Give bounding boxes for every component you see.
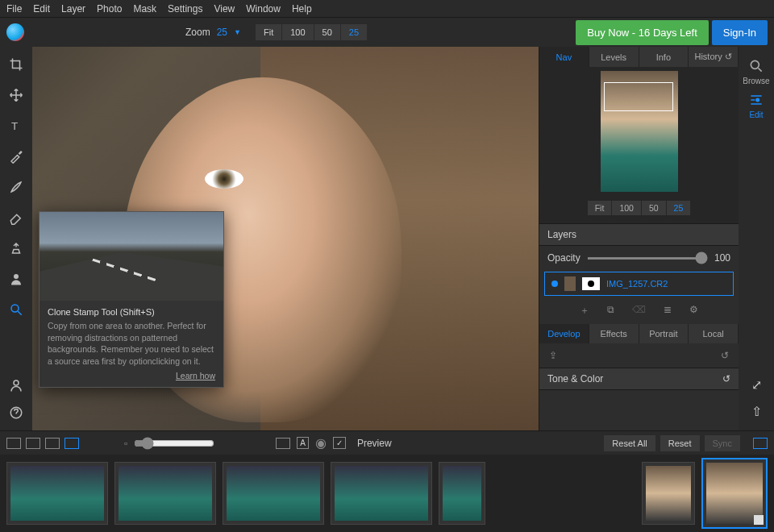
filmstrip-thumb[interactable] <box>223 462 324 525</box>
svg-point-2 <box>11 305 19 312</box>
nav-zoom-25[interactable]: 25 <box>667 201 691 215</box>
main-area: T Clone Stamp Tool (Shift+S) Copy from o… <box>0 47 774 430</box>
view-grid-icon[interactable] <box>64 438 79 449</box>
move-tool-icon[interactable] <box>8 87 24 103</box>
eyedropper-tool-icon[interactable] <box>8 148 24 164</box>
zoom-label: Zoom <box>185 27 210 38</box>
tab-develop[interactable]: Develop <box>539 324 589 343</box>
tab-effects[interactable]: Effects <box>589 324 639 343</box>
svg-point-1 <box>14 274 19 279</box>
duplicate-layer-icon[interactable]: ⧉ <box>607 304 614 318</box>
filmstrip-thumb[interactable] <box>331 462 432 525</box>
mask-view-icon[interactable] <box>276 438 290 449</box>
layer-mask-icon[interactable] <box>582 277 600 290</box>
adjust-tabs: Develop Effects Portrait Local <box>539 324 739 343</box>
clone-stamp-tool-icon[interactable] <box>8 240 24 256</box>
delete-layer-icon[interactable]: ⌫ <box>632 304 646 318</box>
reset-button[interactable]: Reset <box>660 435 700 451</box>
circle-overlay-icon[interactable]: ◉ <box>315 435 327 451</box>
navigator-viewport-rect[interactable] <box>604 82 673 111</box>
tab-history[interactable]: History ↺ <box>689 47 739 67</box>
filmstrip-thumb-selected[interactable]: IMG_1257.CR2 <box>701 458 768 529</box>
layer-settings-icon[interactable]: ⚙ <box>689 304 698 318</box>
filmstrip-toggle-icon[interactable] <box>753 438 768 449</box>
tone-color-reset-icon[interactable]: ↺ <box>722 373 730 384</box>
canvas-zoom-slider[interactable] <box>134 437 214 450</box>
edited-badge-icon <box>754 515 764 525</box>
view-single-icon[interactable] <box>6 438 21 449</box>
nav-zoom-fit[interactable]: Fit <box>588 201 612 215</box>
menu-edit[interactable]: Edit <box>33 3 50 15</box>
menu-photo[interactable]: Photo <box>97 3 122 15</box>
user-icon[interactable] <box>8 377 24 393</box>
text-tool-icon[interactable]: T <box>8 118 24 134</box>
add-layer-icon[interactable]: ＋ <box>580 304 589 318</box>
menu-file[interactable]: File <box>6 3 22 15</box>
zoom-tool-icon[interactable] <box>8 301 24 318</box>
opacity-slider[interactable] <box>587 257 708 260</box>
expand-icon[interactable]: ⤢ <box>751 377 762 393</box>
browse-mode-button[interactable]: Browse <box>743 58 769 85</box>
tab-local[interactable]: Local <box>689 324 739 343</box>
svg-point-3 <box>14 380 19 385</box>
crop-tool-icon[interactable] <box>8 56 24 73</box>
merge-layer-icon[interactable]: ≣ <box>664 304 672 318</box>
check-overlay-icon[interactable]: ✓ <box>333 437 346 449</box>
tab-nav[interactable]: Nav <box>539 47 589 67</box>
view-compare-icon[interactable] <box>26 438 40 449</box>
menu-window[interactable]: Window <box>246 3 281 15</box>
svg-point-5 <box>751 60 759 69</box>
zoom-out-icon[interactable]: ▫ <box>124 438 127 449</box>
browse-label: Browse <box>743 77 769 85</box>
sync-button[interactable]: Sync <box>705 435 740 451</box>
svg-text:T: T <box>11 120 18 132</box>
layers-panel-header[interactable]: Layers <box>539 223 739 246</box>
text-overlay-icon[interactable]: A <box>297 437 309 449</box>
filmstrip-thumb[interactable] <box>439 462 485 525</box>
portrait-tool-icon[interactable] <box>8 271 24 287</box>
nav-zoom-100[interactable]: 100 <box>612 201 641 215</box>
zoom-100[interactable]: 100 <box>282 24 313 40</box>
zoom-value[interactable]: 25 <box>217 27 227 38</box>
brush-tool-icon[interactable] <box>8 179 24 195</box>
preview-label[interactable]: Preview <box>357 438 392 449</box>
tone-color-header[interactable]: Tone & Color ↺ <box>539 368 739 390</box>
sign-in-button[interactable]: Sign-In <box>712 20 768 45</box>
tone-color-title: Tone & Color <box>547 373 603 384</box>
tab-levels[interactable]: Levels <box>589 47 639 67</box>
navigator-preview[interactable] <box>539 67 739 196</box>
menu-view[interactable]: View <box>214 3 235 15</box>
nav-zoom-50[interactable]: 50 <box>642 201 666 215</box>
zoom-control: Zoom 25 ▼ Fit 100 50 25 <box>185 24 367 40</box>
menu-mask[interactable]: Mask <box>133 3 156 15</box>
filmstrip-thumb[interactable] <box>6 462 108 525</box>
bottom-control-bar: ▫ A ◉ ✓ Preview Reset All Reset Sync <box>0 430 774 455</box>
menu-settings[interactable]: Settings <box>168 3 202 15</box>
menu-help[interactable]: Help <box>292 3 312 15</box>
reset-preset-icon[interactable]: ↺ <box>721 350 729 361</box>
buy-now-button[interactable]: Buy Now - 16 Days Left <box>576 20 709 45</box>
zoom-dropdown-icon[interactable]: ▼ <box>234 28 241 36</box>
view-split-icon[interactable] <box>45 438 60 449</box>
filmstrip-thumb[interactable] <box>114 462 216 525</box>
reset-all-button[interactable]: Reset All <box>604 435 655 451</box>
edit-mode-button[interactable]: Edit <box>748 92 764 119</box>
tab-info[interactable]: Info <box>639 47 689 67</box>
eraser-tool-icon[interactable] <box>8 210 24 226</box>
zoom-25[interactable]: 25 <box>341 24 367 40</box>
layer-visibility-icon[interactable] <box>551 281 558 287</box>
menu-layer[interactable]: Layer <box>61 3 85 15</box>
filmstrip-thumb[interactable] <box>642 462 695 525</box>
zoom-50[interactable]: 50 <box>314 24 340 40</box>
canvas[interactable]: Clone Stamp Tool (Shift+S) Copy from one… <box>32 47 539 430</box>
layer-toolbar: ＋ ⧉ ⌫ ≣ ⚙ <box>539 297 739 324</box>
export-preset-icon[interactable]: ⇪ <box>549 350 557 361</box>
tooltip-learn-link[interactable]: Learn how <box>40 368 223 380</box>
help-icon[interactable] <box>8 405 24 421</box>
share-icon[interactable]: ⇧ <box>751 404 762 419</box>
layer-row[interactable]: IMG_1257.CR2 <box>544 272 734 296</box>
zoom-fit[interactable]: Fit <box>256 24 281 40</box>
tab-portrait[interactable]: Portrait <box>639 324 689 343</box>
opacity-row: Opacity 100 <box>539 246 739 270</box>
mode-sidebar: Browse Edit ⤢ ⇧ <box>739 47 774 430</box>
